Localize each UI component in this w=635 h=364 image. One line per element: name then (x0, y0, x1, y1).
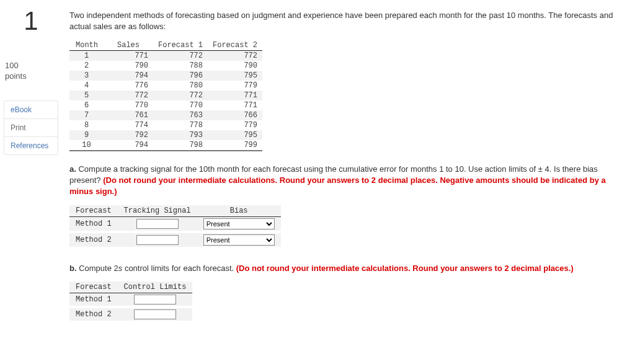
table-cell: 771 (208, 91, 262, 100)
table-row: 8774778779 (69, 120, 262, 130)
table-cell: 9 (69, 130, 104, 140)
table-cell: 5 (69, 91, 104, 100)
table-cell: 1 (69, 51, 104, 61)
table-cell: 8 (69, 120, 104, 130)
part-b-warning: (Do not round your intermediate calculat… (236, 264, 574, 273)
table-cell: 7 (69, 110, 104, 120)
table-cell: 790 (208, 61, 262, 71)
table-cell: 3 (69, 71, 104, 81)
ans-a-header-tracking: Tracking Signal (118, 205, 197, 217)
answer-table-b: Forecast Control Limits Method 1 Method … (69, 282, 192, 323)
table-row: 2790788790 (69, 61, 262, 71)
table-cell: 6 (69, 100, 104, 110)
table-cell: 799 (208, 140, 262, 151)
table-cell: 772 (208, 51, 262, 61)
table-cell: 792 (104, 130, 153, 140)
ans-b-header-forecast: Forecast (69, 282, 118, 293)
sidebar: 1 100 points eBook Print References (0, 0, 62, 347)
points-box: 100 points (0, 61, 62, 82)
table-row: 4776780779 (69, 81, 262, 91)
sidebar-link-references[interactable]: References (4, 137, 58, 154)
part-b-before: Compute 2 (77, 264, 118, 273)
table-cell: 771 (208, 100, 262, 110)
table-row: 5772772771 (69, 91, 262, 100)
table-cell: 774 (104, 120, 153, 130)
part-a-text: a. Compute a tracking signal for the 10t… (69, 164, 623, 198)
table-cell: 763 (153, 110, 208, 120)
table-cell: 771 (104, 51, 153, 61)
sidebar-link-print[interactable]: Print (4, 119, 58, 137)
table-cell: 788 (153, 61, 208, 71)
table-row: 1771772772 (69, 51, 262, 61)
table-cell: 770 (153, 100, 208, 110)
table-cell: 776 (104, 81, 153, 91)
control-limits-input-2[interactable] (134, 309, 176, 319)
ans-b-row2-label: Method 2 (69, 307, 118, 322)
table-cell: 761 (104, 110, 153, 120)
page: 1 100 points eBook Print References Two … (0, 0, 635, 347)
table-cell: 779 (208, 120, 262, 130)
ans-a-row1-label: Method 1 (69, 216, 118, 232)
bias-select-1[interactable]: Present (203, 218, 275, 229)
table-cell: 10 (69, 140, 104, 151)
table-cell: 790 (104, 61, 153, 71)
points-label: points (5, 71, 62, 82)
table-row: 7761763766 (69, 110, 262, 120)
data-table: MonthSalesForecast 1Forecast 2 177177277… (69, 40, 262, 151)
table-row: 3794796795 (69, 71, 262, 81)
tracking-signal-input-2[interactable] (136, 235, 179, 245)
points-value: 100 (5, 61, 62, 71)
bias-select-2[interactable]: Present (203, 234, 275, 246)
table-cell: 2 (69, 61, 104, 71)
part-a-warning: (Do not round your intermediate calculat… (69, 175, 606, 196)
table-cell: 798 (153, 140, 208, 151)
part-b-text: b. Compute 2s control limits for each fo… (69, 263, 623, 274)
sidebar-link-ebook[interactable]: eBook (4, 101, 58, 119)
part-b-after: control limits for each forecast. (122, 264, 236, 273)
ans-b-row1-label: Method 1 (69, 293, 118, 307)
ans-b-header-limits: Control Limits (118, 282, 193, 293)
table-cell: 793 (153, 130, 208, 140)
table-cell: 795 (208, 130, 262, 140)
table-row: 6770770771 (69, 100, 262, 110)
question-number: 1 (0, 6, 62, 36)
table-cell: 4 (69, 81, 104, 91)
data-table-header: Forecast 2 (208, 40, 262, 51)
table-cell: 795 (208, 71, 262, 81)
table-cell: 766 (208, 110, 262, 120)
table-cell: 772 (153, 51, 208, 61)
answer-table-a: Forecast Tracking Signal Bias Method 1 P… (69, 205, 281, 249)
data-table-header: Forecast 1 (153, 40, 208, 51)
main-content: Two independent methods of forecasting b… (62, 0, 635, 347)
ans-a-row2-label: Method 2 (69, 232, 118, 248)
tracking-signal-input-1[interactable] (136, 219, 179, 229)
table-row: 9792793795 (69, 130, 262, 140)
table-cell: 772 (153, 91, 208, 100)
part-a-label: a. (69, 164, 76, 174)
table-cell: 796 (153, 71, 208, 81)
data-table-header: Sales (104, 40, 153, 51)
table-cell: 770 (104, 100, 153, 110)
table-row: 10794798799 (69, 140, 262, 151)
data-table-header: Month (69, 40, 104, 51)
part-b-label: b. (69, 264, 77, 273)
table-cell: 794 (104, 140, 153, 151)
control-limits-input-1[interactable] (134, 295, 176, 304)
ans-a-header-forecast: Forecast (69, 205, 118, 217)
table-cell: 772 (104, 91, 153, 100)
intro-text: Two independent methods of forecasting b… (69, 10, 623, 32)
table-cell: 778 (153, 120, 208, 130)
table-cell: 780 (153, 81, 208, 91)
table-cell: 779 (208, 81, 262, 91)
table-cell: 794 (104, 71, 153, 81)
ans-a-header-bias: Bias (197, 205, 281, 217)
sidebar-links: eBook Print References (4, 100, 58, 155)
